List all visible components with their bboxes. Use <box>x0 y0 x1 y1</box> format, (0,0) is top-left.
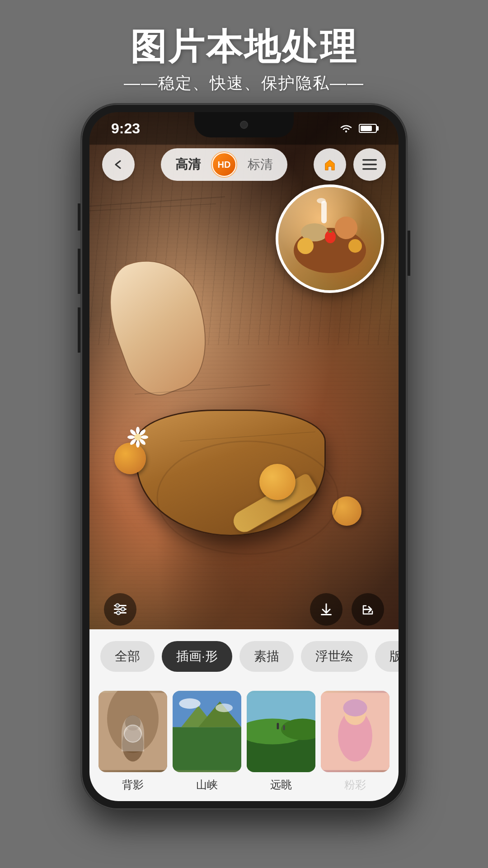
thumb-label-4: 粉彩 <box>344 778 366 792</box>
svg-point-43 <box>216 703 233 712</box>
svg-point-29 <box>116 604 119 608</box>
filter-sketch[interactable]: 素描 <box>239 641 294 672</box>
volume-down-button <box>78 307 81 353</box>
notch <box>194 112 294 137</box>
svg-rect-32 <box>321 614 332 615</box>
svg-rect-17 <box>362 168 377 170</box>
filter-thumb-3[interactable]: 远眺 <box>247 684 315 801</box>
phone-mockup: 9:23 <box>81 104 407 809</box>
quality-selector: 高清 HD 标清 <box>161 148 287 181</box>
quality-standard[interactable]: 标清 <box>242 154 278 175</box>
svg-point-42 <box>179 698 201 709</box>
svg-rect-16 <box>362 164 377 165</box>
save-share-group <box>310 593 384 626</box>
svg-point-35 <box>125 715 141 731</box>
top-navigation: 高清 HD 标清 <box>89 145 399 184</box>
status-icons <box>339 123 377 134</box>
battery-icon <box>359 124 377 133</box>
hd-badge[interactable]: HD <box>211 152 237 177</box>
preview-circle[interactable] <box>276 184 384 293</box>
filter-ukiyo[interactable]: 浮世绘 <box>301 641 368 672</box>
silent-button <box>78 203 81 231</box>
thumb-svg-1 <box>99 691 167 772</box>
thumb-img-1 <box>99 691 167 772</box>
svg-line-13 <box>180 432 315 441</box>
thumb-svg-2 <box>173 691 241 772</box>
svg-point-25 <box>325 231 336 243</box>
filter-categories: 全部 插画·形 素描 浮世绘 版画 水彩 <box>89 629 399 684</box>
front-camera <box>240 121 248 129</box>
wifi-icon <box>339 123 353 134</box>
filter-thumbnails: 背影 <box>89 684 399 801</box>
filter-illustration[interactable]: 插画·形 <box>162 641 232 672</box>
thumb-img-3 <box>247 691 315 772</box>
thumb-svg-4 <box>321 691 389 772</box>
svg-point-53 <box>343 699 367 717</box>
quality-high[interactable]: 高清 <box>170 154 206 175</box>
nav-right-buttons <box>314 148 386 181</box>
thumb-label-2: 山峡 <box>196 778 218 792</box>
svg-point-30 <box>121 608 125 611</box>
svg-point-24 <box>317 198 326 203</box>
star-button[interactable] <box>314 148 346 181</box>
filter-thumb-2[interactable]: 山峡 <box>173 684 241 801</box>
filter-thumb-1[interactable]: 背影 <box>99 684 167 801</box>
svg-point-21 <box>297 238 314 254</box>
filter-icon-button[interactable] <box>104 593 136 626</box>
svg-point-14 <box>157 441 338 554</box>
main-title: 图片本地处理 <box>0 27 488 67</box>
preview-svg <box>278 187 381 290</box>
svg-rect-49 <box>283 725 285 730</box>
power-button <box>407 231 410 276</box>
sub-title: ——稳定、快速、保护隐私—— <box>0 72 488 94</box>
svg-point-0 <box>345 131 347 132</box>
filter-all[interactable]: 全部 <box>100 641 155 672</box>
svg-rect-23 <box>321 201 327 223</box>
share-button[interactable] <box>352 593 384 626</box>
thumb-svg-3 <box>247 691 315 772</box>
svg-rect-48 <box>277 723 279 729</box>
thumb-img-4 <box>321 691 389 772</box>
menu-button[interactable] <box>353 148 386 181</box>
preview-image <box>278 187 381 290</box>
svg-point-37 <box>124 725 141 742</box>
svg-rect-39 <box>173 727 241 770</box>
header-area: 图片本地处理 ——稳定、快速、保护隐私—— <box>0 27 488 94</box>
phone-screen: 9:23 <box>89 112 399 801</box>
svg-point-20 <box>335 217 357 239</box>
svg-point-36 <box>122 727 144 762</box>
thumb-img-2 <box>173 691 241 772</box>
status-time: 9:23 <box>111 120 140 137</box>
svg-line-12 <box>135 385 270 394</box>
volume-up-button <box>78 249 81 294</box>
filter-woodblock[interactable]: 版画 <box>375 641 399 672</box>
thumb-label-1: 背影 <box>122 778 144 792</box>
bottom-action-bar <box>89 590 399 629</box>
svg-point-22 <box>348 239 362 253</box>
svg-rect-15 <box>362 159 377 161</box>
download-button[interactable] <box>310 593 343 626</box>
svg-point-31 <box>117 611 120 615</box>
back-button[interactable] <box>102 148 135 181</box>
thumb-label-3: 远眺 <box>270 778 292 792</box>
filter-thumb-4[interactable]: 粉彩 <box>321 684 389 801</box>
